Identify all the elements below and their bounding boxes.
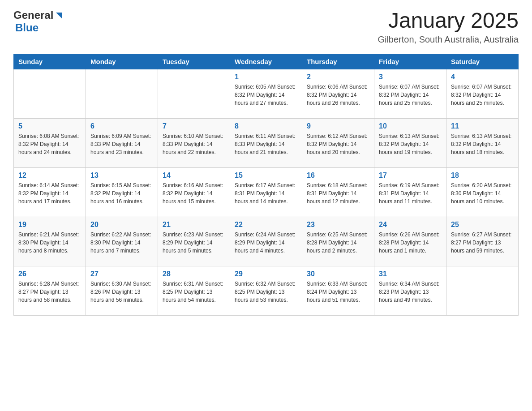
calendar-cell: 6Sunrise: 6:09 AM Sunset: 8:33 PM Daylig…: [86, 118, 158, 167]
calendar-cell: 18Sunrise: 6:20 AM Sunset: 8:30 PM Dayli…: [446, 167, 519, 217]
day-info: Sunrise: 6:06 AM Sunset: 8:32 PM Dayligh…: [307, 83, 369, 107]
day-info: Sunrise: 6:19 AM Sunset: 8:31 PM Dayligh…: [379, 181, 442, 206]
day-number: 15: [235, 171, 297, 180]
day-info: Sunrise: 6:20 AM Sunset: 8:30 PM Dayligh…: [451, 181, 514, 206]
calendar-cell: [158, 69, 230, 118]
day-info: Sunrise: 6:27 AM Sunset: 8:27 PM Dayligh…: [451, 231, 514, 255]
day-number: 22: [235, 221, 297, 229]
day-info: Sunrise: 6:07 AM Sunset: 8:32 PM Dayligh…: [451, 83, 514, 107]
calendar-cell: 10Sunrise: 6:13 AM Sunset: 8:32 PM Dayli…: [374, 118, 446, 167]
day-number: 16: [307, 171, 369, 180]
logo-general-text: General: [13, 9, 53, 21]
day-number: 2: [307, 73, 369, 81]
calendar-title: January 2025: [378, 9, 519, 33]
calendar-week-row: 5Sunrise: 6:08 AM Sunset: 8:32 PM Daylig…: [14, 118, 519, 167]
calendar-week-row: 26Sunrise: 6:28 AM Sunset: 8:27 PM Dayli…: [14, 266, 519, 315]
day-info: Sunrise: 6:12 AM Sunset: 8:32 PM Dayligh…: [307, 132, 369, 156]
day-number: 14: [163, 171, 225, 180]
calendar-cell: 3Sunrise: 6:07 AM Sunset: 8:32 PM Daylig…: [374, 69, 446, 118]
day-info: Sunrise: 6:10 AM Sunset: 8:33 PM Dayligh…: [163, 132, 225, 156]
day-number: 8: [235, 122, 297, 130]
calendar-cell: 17Sunrise: 6:19 AM Sunset: 8:31 PM Dayli…: [374, 167, 446, 217]
day-info: Sunrise: 6:17 AM Sunset: 8:31 PM Dayligh…: [235, 181, 297, 206]
calendar-cell: 31Sunrise: 6:34 AM Sunset: 8:23 PM Dayli…: [374, 266, 446, 315]
calendar-cell: [446, 266, 519, 315]
calendar-cell: 28Sunrise: 6:31 AM Sunset: 8:25 PM Dayli…: [158, 266, 230, 315]
calendar-cell: 15Sunrise: 6:17 AM Sunset: 8:31 PM Dayli…: [230, 167, 302, 217]
day-number: 3: [379, 73, 442, 81]
day-number: 6: [90, 122, 153, 130]
calendar-cell: 23Sunrise: 6:25 AM Sunset: 8:28 PM Dayli…: [302, 217, 374, 266]
calendar-cell: 29Sunrise: 6:32 AM Sunset: 8:25 PM Dayli…: [230, 266, 302, 315]
day-info: Sunrise: 6:21 AM Sunset: 8:30 PM Dayligh…: [18, 231, 81, 255]
day-number: 9: [307, 122, 369, 130]
calendar-week-row: 12Sunrise: 6:14 AM Sunset: 8:32 PM Dayli…: [14, 167, 519, 217]
logo-triangle-icon: [54, 11, 64, 21]
day-number: 20: [90, 221, 153, 229]
calendar-cell: 8Sunrise: 6:11 AM Sunset: 8:33 PM Daylig…: [230, 118, 302, 167]
day-info: Sunrise: 6:28 AM Sunset: 8:27 PM Dayligh…: [18, 280, 81, 304]
page-header: General Blue January 2025 Gilberton, Sou…: [13, 9, 519, 45]
day-number: 30: [307, 270, 369, 278]
day-number: 10: [379, 122, 442, 130]
calendar-cell: 12Sunrise: 6:14 AM Sunset: 8:32 PM Dayli…: [14, 167, 86, 217]
day-number: 23: [307, 221, 369, 229]
day-number: 13: [90, 171, 153, 180]
calendar-subtitle: Gilberton, South Australia, Australia: [378, 34, 519, 45]
svg-marker-0: [56, 13, 62, 19]
calendar-cell: 1Sunrise: 6:05 AM Sunset: 8:32 PM Daylig…: [230, 69, 302, 118]
weekday-header-friday: Friday: [374, 54, 446, 69]
weekday-header-saturday: Saturday: [446, 54, 519, 69]
calendar-cell: 21Sunrise: 6:23 AM Sunset: 8:29 PM Dayli…: [158, 217, 230, 266]
weekday-header-row: SundayMondayTuesdayWednesdayThursdayFrid…: [14, 54, 519, 69]
logo: General Blue: [13, 9, 64, 34]
calendar-cell: 13Sunrise: 6:15 AM Sunset: 8:32 PM Dayli…: [86, 167, 158, 217]
calendar-cell: 7Sunrise: 6:10 AM Sunset: 8:33 PM Daylig…: [158, 118, 230, 167]
day-info: Sunrise: 6:34 AM Sunset: 8:23 PM Dayligh…: [379, 280, 442, 304]
calendar-cell: [86, 69, 158, 118]
calendar-cell: [14, 69, 86, 118]
day-info: Sunrise: 6:08 AM Sunset: 8:32 PM Dayligh…: [18, 132, 81, 156]
day-info: Sunrise: 6:13 AM Sunset: 8:32 PM Dayligh…: [451, 132, 514, 156]
calendar-cell: 27Sunrise: 6:30 AM Sunset: 8:26 PM Dayli…: [86, 266, 158, 315]
day-info: Sunrise: 6:33 AM Sunset: 8:24 PM Dayligh…: [307, 280, 369, 304]
day-info: Sunrise: 6:24 AM Sunset: 8:29 PM Dayligh…: [235, 231, 297, 255]
calendar-cell: 4Sunrise: 6:07 AM Sunset: 8:32 PM Daylig…: [446, 69, 519, 118]
calendar-cell: 9Sunrise: 6:12 AM Sunset: 8:32 PM Daylig…: [302, 118, 374, 167]
day-number: 5: [18, 122, 81, 130]
day-info: Sunrise: 6:13 AM Sunset: 8:32 PM Dayligh…: [379, 132, 442, 156]
calendar-cell: 25Sunrise: 6:27 AM Sunset: 8:27 PM Dayli…: [446, 217, 519, 266]
day-number: 27: [90, 270, 153, 278]
calendar-cell: 20Sunrise: 6:22 AM Sunset: 8:30 PM Dayli…: [86, 217, 158, 266]
calendar-cell: 16Sunrise: 6:18 AM Sunset: 8:31 PM Dayli…: [302, 167, 374, 217]
day-info: Sunrise: 6:07 AM Sunset: 8:32 PM Dayligh…: [379, 83, 442, 107]
day-number: 29: [235, 270, 297, 278]
day-number: 18: [451, 171, 514, 180]
day-number: 11: [451, 122, 514, 130]
day-number: 28: [163, 270, 225, 278]
calendar-cell: 30Sunrise: 6:33 AM Sunset: 8:24 PM Dayli…: [302, 266, 374, 315]
weekday-header-sunday: Sunday: [14, 54, 86, 69]
day-number: 24: [379, 221, 442, 229]
calendar-cell: 19Sunrise: 6:21 AM Sunset: 8:30 PM Dayli…: [14, 217, 86, 266]
day-info: Sunrise: 6:11 AM Sunset: 8:33 PM Dayligh…: [235, 132, 297, 156]
day-info: Sunrise: 6:05 AM Sunset: 8:32 PM Dayligh…: [235, 83, 297, 107]
day-number: 25: [451, 221, 514, 229]
day-number: 31: [379, 270, 442, 278]
day-info: Sunrise: 6:16 AM Sunset: 8:32 PM Dayligh…: [163, 181, 225, 206]
day-number: 12: [18, 171, 81, 180]
day-info: Sunrise: 6:26 AM Sunset: 8:28 PM Dayligh…: [379, 231, 442, 255]
weekday-header-tuesday: Tuesday: [158, 54, 230, 69]
day-number: 7: [163, 122, 225, 130]
day-number: 19: [18, 221, 81, 229]
day-info: Sunrise: 6:32 AM Sunset: 8:25 PM Dayligh…: [235, 280, 297, 304]
calendar-cell: 22Sunrise: 6:24 AM Sunset: 8:29 PM Dayli…: [230, 217, 302, 266]
weekday-header-wednesday: Wednesday: [230, 54, 302, 69]
calendar-table: SundayMondayTuesdayWednesdayThursdayFrid…: [13, 54, 519, 316]
calendar-week-row: 19Sunrise: 6:21 AM Sunset: 8:30 PM Dayli…: [14, 217, 519, 266]
calendar-cell: 5Sunrise: 6:08 AM Sunset: 8:32 PM Daylig…: [14, 118, 86, 167]
calendar-cell: 2Sunrise: 6:06 AM Sunset: 8:32 PM Daylig…: [302, 69, 374, 118]
day-info: Sunrise: 6:23 AM Sunset: 8:29 PM Dayligh…: [163, 231, 225, 255]
day-info: Sunrise: 6:15 AM Sunset: 8:32 PM Dayligh…: [90, 181, 153, 206]
calendar-cell: 14Sunrise: 6:16 AM Sunset: 8:32 PM Dayli…: [158, 167, 230, 217]
